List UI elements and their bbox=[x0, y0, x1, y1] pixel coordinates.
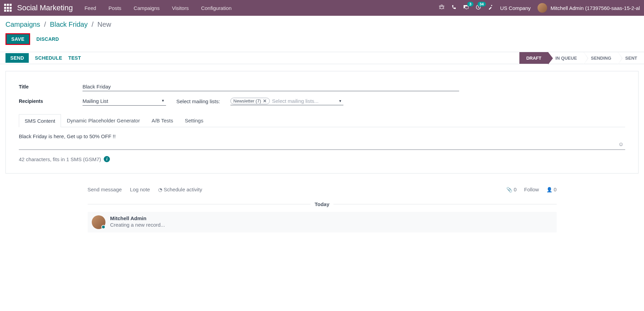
tab-ab-tests[interactable]: A/B Tests bbox=[146, 114, 179, 127]
schedule-button[interactable]: SCHEDULE bbox=[35, 55, 62, 61]
messages-icon[interactable]: 3 bbox=[463, 4, 469, 11]
nav-link-posts[interactable]: Posts bbox=[109, 5, 122, 11]
messages-badge: 3 bbox=[467, 2, 473, 7]
message-author[interactable]: Mitchell Admin bbox=[110, 215, 165, 221]
tab-settings[interactable]: Settings bbox=[179, 114, 209, 127]
info-icon[interactable]: i bbox=[104, 156, 110, 162]
message-body: Creating a new record... bbox=[110, 222, 165, 228]
apps-icon[interactable] bbox=[4, 4, 12, 12]
tools-icon[interactable] bbox=[488, 4, 493, 11]
phone-icon[interactable] bbox=[451, 5, 456, 11]
activities-icon[interactable]: 34 bbox=[476, 4, 481, 11]
nav-link-configuration[interactable]: Configuration bbox=[201, 5, 231, 11]
user-menu[interactable]: Mitchell Admin (17397560-saas-15-2-al bbox=[538, 3, 640, 13]
recipients-label: Recipients bbox=[19, 98, 83, 104]
tab-sms-content[interactable]: SMS Content bbox=[19, 114, 61, 127]
form-tabs: SMS Content Dynamic Placeholder Generato… bbox=[19, 114, 625, 127]
chatter-log-note[interactable]: Log note bbox=[130, 187, 150, 192]
presence-dot-icon bbox=[101, 225, 105, 229]
person-icon: 👤 bbox=[546, 187, 552, 192]
send-button[interactable]: SEND bbox=[5, 53, 29, 63]
clock-icon: ◔ bbox=[158, 187, 162, 192]
sms-char-info: 42 characters, fits in 1 SMS (GSM7) bbox=[19, 156, 101, 162]
test-button[interactable]: TEST bbox=[68, 55, 81, 61]
caret-down-icon: ▼ bbox=[161, 99, 165, 103]
crumb-parent[interactable]: Black Friday bbox=[50, 21, 88, 28]
tag-remove-icon[interactable]: ✕ bbox=[263, 98, 267, 104]
nav-menu: Feed Posts Campaigns Visitors Configurat… bbox=[85, 5, 232, 11]
mailing-lists-select[interactable]: Newsletter (7) ✕ Select mailing lists...… bbox=[230, 97, 343, 105]
stage-in-queue[interactable]: IN QUEUE bbox=[548, 52, 584, 64]
company-switcher[interactable]: US Company bbox=[500, 5, 531, 11]
crumb-current: New bbox=[98, 21, 111, 28]
sms-body-text: Black Friday is here, Get up to 50% OFF … bbox=[19, 133, 116, 139]
title-input[interactable] bbox=[83, 82, 459, 91]
discard-button[interactable]: DISCARD bbox=[36, 36, 59, 42]
caret-down-icon: ▼ bbox=[339, 99, 342, 103]
mailing-lists-label: Select mailing lists: bbox=[176, 98, 220, 104]
chatter: Send message Log note ◔Schedule activity… bbox=[84, 184, 560, 232]
mailing-lists-placeholder: Select mailing lists... bbox=[272, 98, 318, 104]
recipients-value: Mailing List bbox=[83, 98, 108, 104]
app-brand[interactable]: Social Marketing bbox=[17, 3, 73, 12]
nav-link-feed[interactable]: Feed bbox=[85, 5, 96, 11]
avatar-icon bbox=[538, 3, 547, 13]
top-navbar: Social Marketing Feed Posts Campaigns Vi… bbox=[0, 0, 644, 16]
chatter-follow-button[interactable]: Follow bbox=[524, 187, 539, 192]
tag-label: Newsletter (7) bbox=[233, 98, 261, 104]
activities-badge: 34 bbox=[478, 2, 486, 7]
avatar-icon bbox=[92, 215, 105, 229]
control-panel: Campaigns / Black Friday / New SAVE DISC… bbox=[0, 16, 644, 48]
form-sheet: Title Recipients Mailing List ▼ Select m… bbox=[5, 71, 639, 174]
breadcrumb: Campaigns / Black Friday / New bbox=[5, 21, 639, 28]
title-label: Title bbox=[19, 84, 83, 89]
chatter-followers[interactable]: 👤0 bbox=[546, 187, 556, 192]
emoji-picker-icon[interactable]: ☺ bbox=[618, 141, 624, 147]
chatter-send-message[interactable]: Send message bbox=[88, 187, 122, 192]
stage-sending[interactable]: SENDING bbox=[584, 52, 618, 64]
nav-link-campaigns[interactable]: Campaigns bbox=[134, 5, 160, 11]
save-button[interactable]: SAVE bbox=[7, 34, 29, 44]
crumb-campaigns[interactable]: Campaigns bbox=[5, 21, 40, 28]
sms-body-input[interactable]: Black Friday is here, Get up to 50% OFF … bbox=[19, 133, 625, 150]
crumb-sep: / bbox=[44, 21, 46, 28]
crumb-sep: / bbox=[91, 21, 93, 28]
bug-icon[interactable] bbox=[439, 4, 444, 11]
save-highlight: SAVE bbox=[5, 33, 30, 45]
mailing-list-tag: Newsletter (7) ✕ bbox=[230, 98, 270, 104]
nav-link-visitors[interactable]: Visitors bbox=[172, 5, 189, 11]
recipients-select[interactable]: Mailing List ▼ bbox=[83, 97, 166, 106]
user-name: Mitchell Admin (17397560-saas-15-2-al bbox=[551, 5, 640, 11]
stage-draft[interactable]: DRAFT bbox=[519, 52, 548, 64]
tab-dynamic-placeholder[interactable]: Dynamic Placeholder Generator bbox=[61, 114, 146, 127]
chatter-date-separator: Today bbox=[88, 201, 557, 207]
status-bar: SEND SCHEDULE TEST DRAFT IN QUEUE SENDIN… bbox=[0, 52, 644, 64]
chatter-schedule-activity[interactable]: ◔Schedule activity bbox=[158, 187, 202, 192]
chatter-message: Mitchell Admin Creating a new record... bbox=[88, 212, 557, 232]
paperclip-icon: 📎 bbox=[506, 187, 512, 192]
chatter-attachments[interactable]: 📎0 bbox=[506, 187, 516, 192]
